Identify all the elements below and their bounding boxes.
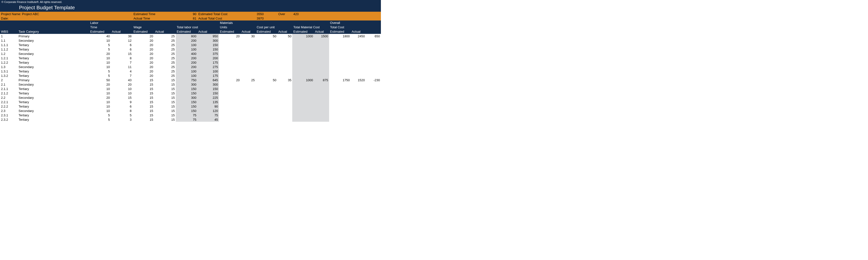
- hdr-materials: Materials: [219, 21, 256, 25]
- cell-wbs: 1.1.2: [0, 47, 18, 52]
- cell-te: 10: [89, 100, 111, 104]
- cell-task: Tertiary: [18, 56, 89, 60]
- cell-lca: 45: [197, 117, 219, 122]
- cell-ta: 20: [111, 82, 132, 87]
- cell-lca: 90: [197, 104, 219, 108]
- est-time-label: Estimated Time: [132, 12, 176, 16]
- cell-wa: 15: [154, 108, 176, 113]
- table-row: 2.1.2Tertiary10101515150150: [0, 91, 381, 95]
- cell-cpa: [277, 65, 292, 69]
- cell-var: [366, 95, 381, 100]
- cell-cpa: [277, 43, 292, 47]
- cell-cpe: [256, 117, 277, 122]
- cell-cpa: [277, 38, 292, 43]
- cell-mca: [314, 56, 329, 60]
- cell-we: 15: [132, 95, 154, 100]
- cell-we: 15: [132, 100, 154, 104]
- cell-wbs: 2: [0, 78, 18, 82]
- cell-cpa: 35: [277, 78, 292, 82]
- cell-tce: [329, 82, 351, 87]
- cell-ua: [241, 43, 256, 47]
- cell-cpe: [256, 47, 277, 52]
- cell-cpe: [256, 87, 277, 91]
- summary-row-1: Project Name: Project ABC Estimated Time…: [0, 12, 381, 16]
- cell-tce: [329, 69, 351, 73]
- cell-ta: 8: [111, 108, 132, 113]
- cell-wbs: 1.2.2: [0, 60, 18, 65]
- cell-lca: 100: [197, 69, 219, 73]
- table-row: 1.3.1Tertiary542025100100: [0, 69, 381, 73]
- cell-mce: [292, 65, 314, 69]
- cell-task: Tertiary: [18, 47, 89, 52]
- cell-lca: 75: [197, 113, 219, 117]
- cell-var: [366, 60, 381, 65]
- cell-mca: [314, 60, 329, 65]
- cell-tca: [351, 69, 366, 73]
- hdr-overall: Overall: [329, 21, 366, 25]
- table-row: 1Primary40382025800950203050501000150018…: [0, 34, 381, 38]
- budget-table: Project Name: Project ABC Estimated Time…: [0, 12, 381, 122]
- cell-wbs: 1: [0, 34, 18, 38]
- cell-we: 15: [132, 91, 154, 95]
- cell-mca: [314, 73, 329, 78]
- cell-ua: [241, 52, 256, 56]
- cell-lce: 750: [176, 78, 197, 82]
- cell-wbs: 2.1.2: [0, 91, 18, 95]
- cell-wa: 25: [154, 52, 176, 56]
- cell-wbs: 2.3: [0, 108, 18, 113]
- cell-ta: 12: [111, 38, 132, 43]
- cell-ue: [219, 108, 241, 113]
- table-row: 2.1Secondary20201515300300: [0, 82, 381, 87]
- cell-te: 5: [89, 113, 111, 117]
- cell-tce: 1800: [329, 34, 351, 38]
- cell-ua: [241, 47, 256, 52]
- cell-tce: [329, 104, 351, 108]
- cell-lce: 200: [176, 38, 197, 43]
- cell-te: 10: [89, 108, 111, 113]
- cell-lce: 150: [176, 91, 197, 95]
- cell-mce: [292, 73, 314, 78]
- cell-tce: [329, 87, 351, 91]
- hdr-cpu: Cost per unit: [256, 25, 292, 29]
- cell-ue: [219, 87, 241, 91]
- cell-ta: 7: [111, 60, 132, 65]
- cell-lca: 150: [197, 87, 219, 91]
- cell-ua: [241, 87, 256, 91]
- cell-task: Tertiary: [18, 91, 89, 95]
- cell-we: 15: [132, 108, 154, 113]
- cell-te: 20: [89, 95, 111, 100]
- cell-lca: 950: [197, 34, 219, 38]
- cell-tca: [351, 52, 366, 56]
- cell-task: Secondary: [18, 108, 89, 113]
- cell-task: Secondary: [18, 65, 89, 69]
- hdr-units: Units: [219, 25, 256, 29]
- table-row: 1.2.2Tertiary1072025200175: [0, 60, 381, 65]
- cell-we: 15: [132, 113, 154, 117]
- cell-cpa: [277, 104, 292, 108]
- cell-cpa: [277, 87, 292, 91]
- cell-lca: 225: [197, 95, 219, 100]
- table-row: 1.1Secondary10122025200300: [0, 38, 381, 43]
- cell-lca: 300: [197, 38, 219, 43]
- cell-wbs: 2.3.1: [0, 113, 18, 117]
- over-value: 420: [292, 12, 314, 16]
- cell-ua: [241, 104, 256, 108]
- cell-lce: 75: [176, 117, 197, 122]
- cell-mca: [314, 117, 329, 122]
- cell-tca: [351, 87, 366, 91]
- cell-ta: 6: [111, 43, 132, 47]
- table-row: 2.1.1Tertiary10101515150150: [0, 87, 381, 91]
- cell-var: [366, 87, 381, 91]
- cell-lce: 200: [176, 65, 197, 69]
- cell-tce: [329, 117, 351, 122]
- cell-wbs: 2.1: [0, 82, 18, 87]
- cell-wa: 25: [154, 56, 176, 60]
- cell-wa: 15: [154, 113, 176, 117]
- cell-ue: [219, 65, 241, 69]
- cell-mce: 1000: [292, 78, 314, 82]
- cell-ua: [241, 82, 256, 87]
- cell-ta: 11: [111, 65, 132, 69]
- hdr-task: Task Category: [18, 29, 89, 34]
- cell-lce: 150: [176, 104, 197, 108]
- est-total-cost-label: Estimated Total Cost: [197, 12, 241, 16]
